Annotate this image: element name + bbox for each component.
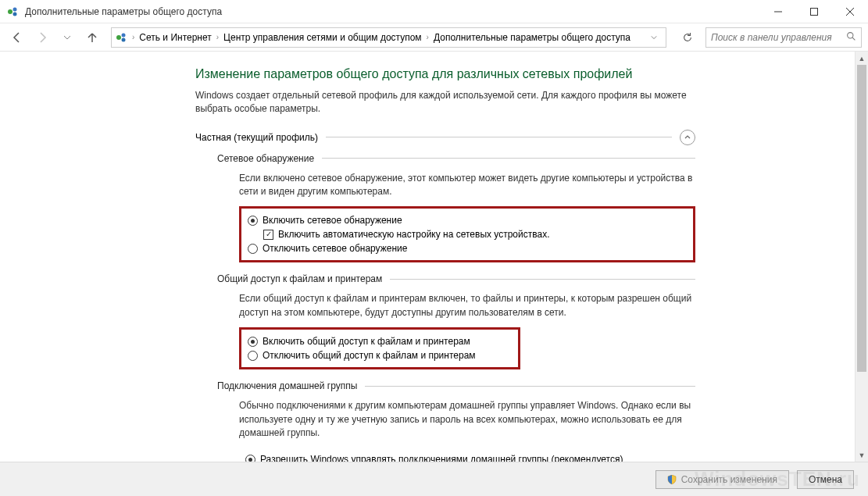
section-description: Если общий доступ к файлам и принтерам в… bbox=[239, 292, 695, 319]
svg-point-0 bbox=[8, 9, 13, 14]
radio-disable-discovery[interactable]: Отключить сетевое обнаружение bbox=[248, 241, 687, 255]
radio-icon bbox=[245, 455, 255, 462]
window-title: Дополнительные параметры общего доступа bbox=[25, 6, 760, 17]
section-title: Сетевое обнаружение bbox=[217, 153, 314, 164]
save-label: Сохранить изменения bbox=[681, 474, 777, 485]
maximize-button[interactable] bbox=[796, 0, 832, 23]
radio-icon bbox=[248, 216, 258, 226]
breadcrumb-dropdown[interactable] bbox=[645, 28, 663, 47]
refresh-button[interactable] bbox=[677, 27, 698, 48]
breadcrumb-item[interactable]: Сеть и Интернет bbox=[136, 28, 214, 47]
cancel-label: Отмена bbox=[809, 474, 842, 485]
bottom-bar: Сохранить изменения Отмена bbox=[0, 462, 868, 496]
file-sharing-options: Включить общий доступ к файлам и принтер… bbox=[239, 327, 520, 369]
radio-enable-discovery[interactable]: Включить сетевое обнаружение bbox=[248, 213, 687, 227]
navbar: › Сеть и Интернет › Центр управления сет… bbox=[0, 23, 868, 52]
save-button[interactable]: Сохранить изменения bbox=[655, 470, 789, 489]
option-label: Включить общий доступ к файлам и принтер… bbox=[263, 336, 470, 347]
up-button[interactable] bbox=[81, 27, 103, 48]
recent-dropdown[interactable] bbox=[56, 27, 78, 48]
breadcrumb-item[interactable]: Дополнительные параметры общего доступа bbox=[430, 28, 634, 47]
svg-line-11 bbox=[852, 37, 855, 40]
collapse-icon[interactable] bbox=[680, 130, 695, 145]
svg-point-10 bbox=[848, 32, 853, 37]
option-label: Включить автоматическую настройку на сет… bbox=[278, 229, 550, 240]
svg-point-9 bbox=[122, 37, 126, 41]
search-input[interactable] bbox=[711, 32, 846, 43]
section-description: Если включено сетевое обнаружение, этот … bbox=[239, 172, 695, 199]
svg-point-8 bbox=[122, 33, 126, 37]
window-controls bbox=[760, 0, 868, 23]
section-homegroup: Подключения домашней группы Обычно подкл… bbox=[217, 380, 695, 462]
radio-icon bbox=[248, 244, 258, 254]
chevron-right-icon: › bbox=[130, 33, 136, 41]
content-area: Изменение параметров общего доступа для … bbox=[0, 52, 868, 462]
search-box[interactable] bbox=[705, 27, 862, 48]
profile-header[interactable]: Частная (текущий профиль) bbox=[195, 130, 695, 145]
checkbox-icon bbox=[263, 230, 273, 240]
chevron-right-icon: › bbox=[215, 33, 220, 41]
svg-point-7 bbox=[116, 35, 121, 40]
back-button[interactable] bbox=[6, 27, 28, 48]
radio-allow-windows[interactable]: Разрешить Windows управлять подключениям… bbox=[245, 452, 689, 462]
option-label: Отключить сетевое обнаружение bbox=[263, 243, 407, 254]
section-title: Подключения домашней группы bbox=[217, 380, 357, 391]
page-description: Windows создает отдельный сетевой профил… bbox=[195, 89, 695, 116]
option-label: Отключить общий доступ к файлам и принте… bbox=[263, 350, 476, 361]
option-label: Разрешить Windows управлять подключениям… bbox=[260, 454, 623, 462]
homegroup-options: Разрешить Windows управлять подключениям… bbox=[239, 448, 695, 462]
titlebar: Дополнительные параметры общего доступа bbox=[0, 0, 868, 23]
section-file-sharing: Общий доступ к файлам и принтерам Если о… bbox=[217, 273, 695, 369]
close-button[interactable] bbox=[832, 0, 868, 23]
forward-button[interactable] bbox=[31, 27, 53, 48]
checkbox-auto-setup[interactable]: Включить автоматическую настройку на сет… bbox=[263, 227, 687, 241]
svg-point-2 bbox=[13, 12, 17, 16]
minimize-button[interactable] bbox=[760, 0, 796, 23]
shield-icon bbox=[667, 475, 677, 484]
section-network-discovery: Сетевое обнаружение Если включено сетево… bbox=[217, 153, 695, 263]
section-title: Общий доступ к файлам и принтерам bbox=[217, 273, 382, 284]
cancel-button[interactable]: Отмена bbox=[797, 470, 854, 489]
svg-rect-4 bbox=[811, 8, 818, 15]
profile-label: Частная (текущий профиль) bbox=[195, 132, 318, 143]
option-label: Включить сетевое обнаружение bbox=[263, 215, 402, 226]
chevron-right-icon: › bbox=[425, 33, 430, 41]
radio-icon bbox=[248, 351, 258, 361]
network-discovery-options: Включить сетевое обнаружение Включить ав… bbox=[239, 206, 695, 262]
section-description: Обычно подключениями к другим компьютера… bbox=[239, 399, 695, 440]
breadcrumb[interactable]: › Сеть и Интернет › Центр управления сет… bbox=[111, 27, 666, 48]
radio-disable-sharing[interactable]: Отключить общий доступ к файлам и принте… bbox=[248, 348, 512, 362]
radio-icon bbox=[248, 337, 258, 347]
radio-enable-sharing[interactable]: Включить общий доступ к файлам и принтер… bbox=[248, 334, 512, 348]
app-icon bbox=[6, 5, 19, 18]
location-icon bbox=[115, 31, 127, 44]
breadcrumb-item[interactable]: Центр управления сетями и общим доступом bbox=[220, 28, 425, 47]
svg-point-1 bbox=[13, 7, 17, 11]
page-title: Изменение параметров общего доступа для … bbox=[195, 67, 695, 81]
search-icon bbox=[846, 31, 856, 44]
